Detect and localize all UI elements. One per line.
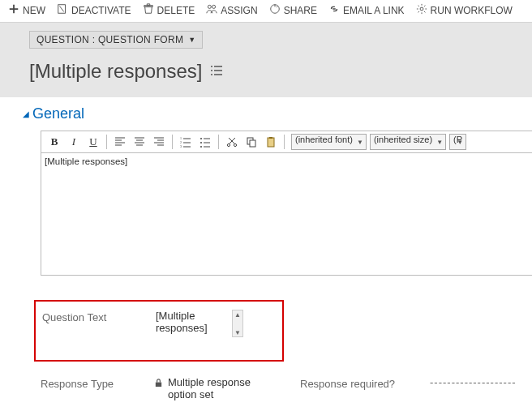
record-title: [Multiple responses] — [29, 60, 202, 83]
svg-line-1 — [60, 6, 64, 12]
svg-rect-17 — [156, 383, 161, 387]
response-required-value: -------------------- — [430, 376, 529, 388]
copy-button[interactable] — [242, 133, 261, 151]
rich-text-editor: B I U 123 (inherited font) (inherited si… — [41, 131, 532, 276]
scroll-up-icon[interactable]: ▲ — [233, 310, 242, 320]
response-required-label: Response required? — [300, 376, 422, 390]
new-label: NEW — [23, 5, 45, 16]
gear-icon — [416, 3, 427, 17]
svg-point-2 — [208, 5, 212, 8]
svg-rect-14 — [250, 140, 255, 147]
assign-button[interactable]: ASSIGN — [206, 3, 257, 17]
svg-rect-16 — [269, 137, 272, 139]
font-partial-select[interactable]: (P — [449, 134, 466, 150]
assign-label: ASSIGN — [221, 5, 257, 16]
svg-rect-15 — [268, 138, 274, 147]
deactivate-icon — [57, 3, 68, 17]
section-general-label: General — [32, 105, 84, 122]
share-button[interactable]: SHARE — [269, 3, 317, 17]
plus-icon — [8, 3, 19, 17]
question-text-value: [Multiple responses] — [156, 310, 229, 334]
run-workflow-button[interactable]: RUN WORKFLOW — [416, 3, 513, 17]
form-selector[interactable]: QUESTION : QUESTION FORM ▼ — [29, 31, 203, 49]
font-size-select[interactable]: (inherited size) — [370, 134, 446, 150]
separator — [172, 135, 173, 149]
svg-point-10 — [200, 146, 202, 148]
svg-point-3 — [212, 5, 216, 8]
response-required-field[interactable]: Response required? -------------------- — [300, 376, 529, 400]
scroll-indicator: ▲ ▼ — [232, 310, 243, 337]
separator — [284, 135, 285, 149]
delete-label: DELETE — [157, 5, 195, 16]
svg-text:3: 3 — [180, 144, 182, 148]
separator — [218, 135, 219, 149]
response-type-value: Multiple response option set — [168, 376, 265, 400]
svg-point-8 — [200, 138, 202, 139]
email-link-label: EMAIL A LINK — [343, 5, 405, 16]
collapse-icon: ◢ — [23, 109, 29, 118]
align-right-button[interactable] — [149, 133, 169, 151]
command-bar: NEW DEACTIVATE DELETE ASSIGN SHARE EMAIL… — [0, 0, 532, 22]
field-grid: Question Text [Multiple responses] ▲ ▼ R… — [41, 300, 532, 400]
assign-icon — [206, 3, 217, 17]
align-left-button[interactable] — [110, 133, 130, 151]
cut-button[interactable] — [222, 133, 242, 151]
share-label: SHARE — [284, 5, 317, 16]
question-text-label: Question Text — [42, 310, 148, 323]
delete-button[interactable]: DELETE — [143, 3, 195, 17]
deactivate-label: DEACTIVATE — [71, 5, 131, 16]
lock-icon — [154, 376, 163, 390]
link-icon — [328, 3, 340, 17]
form-header: QUESTION : QUESTION FORM ▼ [Multiple res… — [0, 22, 532, 97]
question-text-highlight: Question Text [Multiple responses] ▲ ▼ — [34, 300, 284, 362]
list-selector-icon[interactable] — [210, 64, 223, 79]
response-type-field[interactable]: Response Type Multiple response option s… — [41, 376, 284, 400]
email-link-button[interactable]: EMAIL A LINK — [328, 3, 405, 17]
svg-point-11 — [227, 143, 230, 146]
new-button[interactable]: NEW — [8, 3, 45, 17]
italic-button[interactable]: I — [64, 133, 84, 151]
form-selector-label: QUESTION : QUESTION FORM — [36, 34, 183, 45]
scroll-down-icon[interactable]: ▼ — [233, 328, 242, 338]
svg-point-12 — [234, 143, 236, 146]
underline-button[interactable]: U — [84, 133, 103, 151]
editor-body[interactable]: [Multiple responses] — [41, 153, 532, 275]
response-type-label: Response Type — [41, 376, 146, 390]
unordered-list-button[interactable] — [195, 133, 215, 151]
deactivate-button[interactable]: DEACTIVATE — [57, 3, 131, 17]
separator — [106, 135, 107, 149]
run-workflow-label: RUN WORKFLOW — [431, 5, 513, 16]
trash-icon — [143, 3, 154, 17]
bold-button[interactable]: B — [45, 133, 64, 151]
caret-down-icon: ▼ — [188, 36, 195, 44]
svg-point-4 — [420, 7, 423, 11]
svg-point-9 — [200, 142, 202, 143]
font-family-select[interactable]: (inherited font) — [291, 134, 367, 150]
align-center-button[interactable] — [130, 133, 149, 151]
ordered-list-button[interactable]: 123 — [176, 133, 195, 151]
section-general-header[interactable]: ◢ General — [0, 97, 532, 126]
share-icon — [269, 3, 281, 17]
paste-button[interactable] — [261, 133, 281, 151]
editor-toolbar: B I U 123 (inherited font) (inherited si… — [41, 131, 532, 153]
question-text-field[interactable]: Question Text [Multiple responses] ▲ ▼ — [42, 310, 276, 337]
